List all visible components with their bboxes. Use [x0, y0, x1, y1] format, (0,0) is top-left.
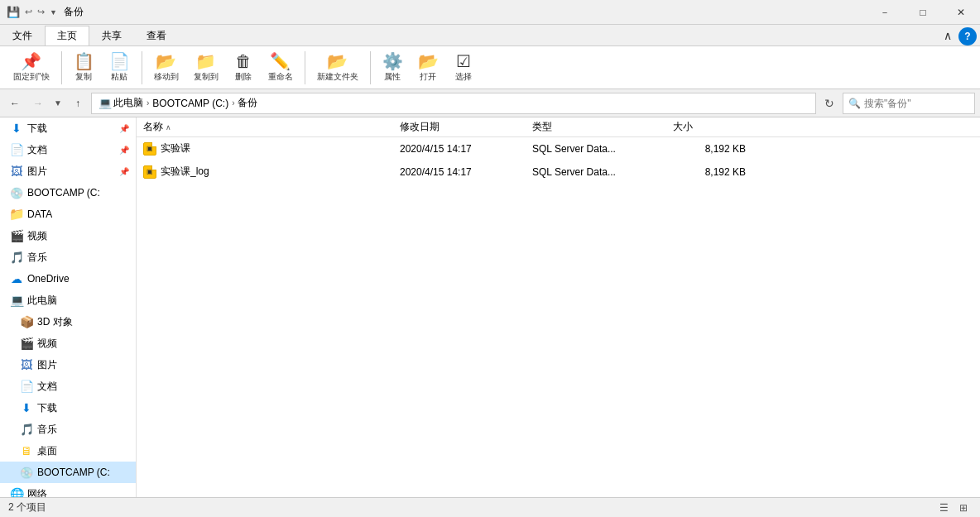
pc-download-icon: ⬇	[20, 401, 33, 414]
col-header-date[interactable]: 修改日期	[396, 117, 529, 137]
sidebar-item-bootcamp-pc[interactable]: 💿 BOOTCAMP (C:	[0, 462, 136, 483]
select-button[interactable]: ☑ 选择	[447, 50, 480, 86]
nav-history-dropdown[interactable]: ▼	[51, 93, 65, 113]
close-button[interactable]: ✕	[942, 0, 980, 25]
search-icon: 🔍	[848, 98, 861, 109]
ribbon-toolbar: 📌 固定到"快 📋 复制 📄 粘贴 📂 移动到 📁 复制到 🗑 删除 ✏️ 重命…	[0, 46, 980, 89]
tab-share[interactable]: 共享	[89, 26, 134, 45]
status-bar: 2 个项目 ☰ ⊞	[0, 497, 980, 517]
titlebar-redo-icon[interactable]: ↪	[37, 7, 45, 17]
bootcamp-pc-icon: 💿	[20, 466, 33, 479]
titlebar-dropdown-icon[interactable]: ▼	[50, 8, 57, 17]
sidebar-item-3d[interactable]: 📦 3D 对象	[0, 311, 136, 333]
forward-button[interactable]: →	[28, 93, 48, 113]
title-bar-icons: 💾 ↩ ↪ ▼	[7, 6, 57, 18]
this-pc-icon: 💻	[10, 294, 23, 307]
pin-icon: 📌	[21, 53, 41, 69]
delete-button[interactable]: 🗑 删除	[227, 50, 260, 86]
search-input[interactable]	[864, 98, 980, 109]
address-bar[interactable]: 💻 此电脑 › BOOTCAMP (C:) › 备份	[91, 93, 816, 114]
address-sep-1: ›	[147, 98, 149, 108]
pin-to-access-button[interactable]: 📌 固定到"快	[7, 50, 56, 86]
network-icon: 🌐	[10, 487, 23, 497]
file-type-cell: SQL Server Data...	[529, 166, 670, 178]
new-folder-button[interactable]: 📂 新建文件夹	[310, 50, 365, 86]
address-sep-2: ›	[232, 98, 234, 108]
select-icon: ☑	[456, 53, 471, 69]
video-icon: 🎬	[10, 229, 23, 242]
help-button[interactable]: ?	[958, 27, 977, 45]
up-button[interactable]: ↑	[68, 93, 88, 113]
tab-file[interactable]: 文件	[0, 26, 45, 45]
col-header-size[interactable]: 大小	[670, 117, 752, 137]
table-row[interactable]: ▣ 实验课_log 2020/4/15 14:17 SQL Server Dat…	[137, 160, 980, 184]
back-button[interactable]: ←	[5, 93, 25, 113]
paste-icon: 📄	[109, 53, 130, 69]
maximize-button[interactable]: □	[904, 0, 942, 25]
sidebar-item-download[interactable]: ⬇ 下载 📌	[0, 117, 136, 139]
paste-button[interactable]: 📄 粘贴	[103, 50, 137, 86]
search-box[interactable]: 🔍	[843, 93, 975, 114]
toolbar-separator-1	[61, 51, 62, 84]
copy-button[interactable]: 📋 复制	[67, 50, 101, 86]
sidebar-item-pc-download[interactable]: ⬇ 下载	[0, 397, 136, 419]
file-date-cell: 2020/4/15 14:17	[396, 143, 529, 155]
sql-log-file-icon: ▣	[143, 165, 156, 179]
sidebar-item-bootcamp-quick[interactable]: 💿 BOOTCAMP (C:	[0, 182, 136, 203]
copy-to-button[interactable]: 📁 复制到	[187, 50, 225, 86]
sidebar-item-data[interactable]: 📁 DATA	[0, 203, 136, 225]
file-size-cell: 8,192 KB	[670, 143, 752, 155]
sidebar-item-pc-music[interactable]: 🎵 音乐	[0, 419, 136, 440]
toolbar-separator-4	[370, 51, 371, 84]
file-date-cell: 2020/4/15 14:17	[396, 166, 529, 178]
titlebar-save-icon[interactable]: 💾	[7, 6, 20, 18]
sidebar: ⬇ 下载 📌 📄 文档 📌 🖼 图片 📌 💿 BOOTCAMP (C: 📁 DA…	[0, 117, 137, 497]
properties-icon: ⚙️	[382, 53, 403, 69]
open-button[interactable]: 📂 打开	[411, 50, 445, 86]
pc-images-icon: 🖼	[20, 358, 33, 371]
copy-to-icon: 📁	[195, 53, 216, 69]
sidebar-item-pc-video[interactable]: 🎬 视频	[0, 333, 136, 354]
minimize-button[interactable]: －	[866, 0, 904, 25]
sidebar-item-images[interactable]: 🖼 图片 📌	[0, 160, 136, 182]
file-type-cell: SQL Server Data...	[529, 143, 670, 155]
copy-icon: 📋	[74, 53, 94, 69]
sidebar-item-pc-docs[interactable]: 📄 文档	[0, 376, 136, 397]
ribbon-collapse-button[interactable]: ∧	[937, 26, 958, 45]
sidebar-item-video-quick[interactable]: 🎬 视频	[0, 225, 136, 247]
address-bootcamp: BOOTCAMP (C:)	[152, 98, 228, 109]
sidebar-item-pc-images[interactable]: 🖼 图片	[0, 354, 136, 376]
rename-button[interactable]: ✏️ 重命名	[262, 50, 300, 86]
file-name-cell: ▣ 实验课	[140, 141, 396, 156]
large-icons-button[interactable]: ⊞	[955, 500, 972, 515]
status-item-count: 2 个项目	[8, 500, 46, 515]
pin-indicator-docs: 📌	[119, 146, 129, 155]
sidebar-item-onedrive[interactable]: ☁ OneDrive	[0, 268, 136, 290]
status-right: ☰ ⊞	[935, 500, 972, 515]
file-area: 名称 ∧ 修改日期 类型 大小 ▣ 实验课 2020/4/15	[137, 117, 980, 497]
new-folder-icon: 📂	[327, 53, 348, 69]
col-header-name[interactable]: 名称 ∧	[140, 117, 396, 137]
col-header-type[interactable]: 类型	[529, 117, 670, 137]
music-icon: 🎵	[10, 251, 23, 264]
open-icon: 📂	[418, 53, 439, 69]
main-layout: ⬇ 下载 📌 📄 文档 📌 🖼 图片 📌 💿 BOOTCAMP (C: 📁 DA…	[0, 117, 980, 497]
refresh-button[interactable]: ↻	[819, 93, 839, 113]
table-row[interactable]: ▣ 实验课 2020/4/15 14:17 SQL Server Data...…	[137, 137, 980, 160]
sidebar-item-this-pc[interactable]: 💻 此电脑	[0, 290, 136, 311]
file-name-cell: ▣ 实验课_log	[140, 165, 396, 179]
delete-icon: 🗑	[235, 53, 252, 69]
onedrive-icon: ☁	[10, 272, 23, 285]
toolbar-separator-2	[142, 51, 142, 84]
details-view-button[interactable]: ☰	[935, 500, 952, 515]
properties-button[interactable]: ⚙️ 属性	[376, 50, 410, 86]
address-this-pc: 💻 此电脑	[98, 96, 143, 110]
tab-view[interactable]: 查看	[134, 26, 179, 45]
sidebar-item-desktop[interactable]: 🖥 桌面	[0, 440, 136, 462]
sidebar-item-docs[interactable]: 📄 文档 📌	[0, 139, 136, 160]
tab-home[interactable]: 主页	[45, 26, 89, 45]
sidebar-item-music-quick[interactable]: 🎵 音乐	[0, 247, 136, 268]
titlebar-undo-icon[interactable]: ↩	[25, 7, 32, 17]
sidebar-item-network[interactable]: 🌐 网络	[0, 483, 136, 497]
move-to-button[interactable]: 📂 移动到	[147, 50, 185, 86]
